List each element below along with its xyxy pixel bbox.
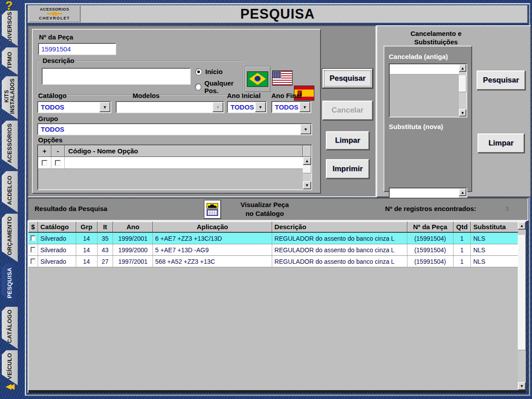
table-row[interactable]: Silverado 14 27 1997/2001 568 +A52 +ZZ3 …: [28, 256, 518, 267]
results-title: Resultado da Pesquisa: [35, 205, 107, 212]
scroll-up-icon[interactable]: ▲: [518, 222, 526, 230]
catalog-dropdown[interactable]: TODOS ▼: [37, 101, 111, 113]
records-count-label: Nº de registros encontrados:: [385, 205, 476, 212]
results-header-bar: Resultado da Pesquisa Visualizar Peça no…: [27, 198, 528, 221]
sidebar-tab-tpmo[interactable]: TPMO: [2, 47, 18, 75]
row-checkbox[interactable]: [31, 247, 35, 253]
year-end-label: Ano Final: [271, 92, 301, 99]
part-number-label: Nº da Peça: [39, 33, 73, 41]
scroll-up-icon[interactable]: ▲: [459, 64, 466, 72]
group-dropdown[interactable]: TODOS ▼: [37, 123, 312, 135]
usa-flag-button[interactable]: [272, 70, 293, 86]
substitute-listbox-row[interactable]: [390, 188, 459, 199]
scroll-down-icon[interactable]: ▼: [518, 382, 526, 390]
results-table-header: $ Catálogo Grp It Ano Aplicação Descriçã…: [28, 222, 526, 233]
keypad-grid-icon: [207, 209, 218, 216]
col-dollar: $: [28, 222, 38, 233]
search-form-panel: Nº da Peça 15991504 Descrição Início Qua…: [27, 25, 376, 197]
records-count-value: 3: [505, 205, 509, 212]
view-part-in-catalog-button[interactable]: [204, 200, 221, 219]
radio-inicio-circle[interactable]: [195, 68, 202, 75]
substitutions-panel: Cancelamento e Substituições Cancelada (…: [376, 25, 531, 197]
catalog-label: Catálogo: [38, 92, 66, 99]
chevron-down-icon[interactable]: ▼: [299, 102, 310, 112]
year-start-dropdown[interactable]: TODOS ▼: [227, 101, 267, 113]
results-table: $ Catálogo Grp It Ano Aplicação Descriçã…: [27, 221, 527, 393]
radio-qualquer-pos-circle[interactable]: [195, 83, 201, 90]
col-peca: Nº da Peça: [407, 222, 454, 233]
sidebar-tab-acessorios[interactable]: ACESSÓRIOS: [2, 121, 18, 170]
options-label: Opções: [38, 136, 63, 144]
chevrolet-logo: ACESSORIOS CHEVROLET: [29, 6, 81, 22]
scroll-up-icon[interactable]: ▲: [303, 157, 311, 165]
col-catalogo: Catálogo: [38, 222, 76, 233]
description-label: Descrição: [41, 57, 76, 64]
chevron-down-icon[interactable]: ▼: [255, 102, 266, 112]
sidebar-tab-orcamento[interactable]: ORÇAMENTO: [2, 214, 18, 262]
scroll-down-icon[interactable]: ▼: [459, 109, 466, 117]
part-number-input[interactable]: 15991504: [38, 43, 116, 55]
sidebar-tab-catalogo[interactable]: CATÁLOGO: [2, 307, 18, 349]
substitutions-inner-panel: Cancelada (antiga) ▲ ▼ Substituta (nova)…: [383, 46, 472, 192]
cancelled-scrollbar[interactable]: ▲ ▼: [459, 64, 466, 117]
col-substituta: Substituta: [471, 222, 518, 233]
substitutions-search-button[interactable]: Pesquisar: [477, 70, 525, 90]
options-scrollbar-thumb[interactable]: [303, 165, 311, 173]
year-end-dropdown[interactable]: TODOS ▼: [271, 101, 311, 113]
chevron-down-icon[interactable]: ▼: [99, 102, 110, 112]
col-it: It: [98, 222, 113, 233]
description-groupbox: Descrição Início Qualquer Pos.: [36, 61, 244, 95]
chevron-down-icon[interactable]: ▼: [300, 124, 311, 134]
sidebar-tab-veiculo[interactable]: VEÍCULO: [2, 350, 18, 385]
page-title: PESQUISA: [28, 6, 527, 22]
table-row[interactable]: Silverado 14 43 1999/2000 5 +AE7 +13D -A…: [28, 244, 518, 256]
sidebar-tab-diversos[interactable]: DIVERSOS: [2, 11, 18, 46]
chevron-down-icon: ▼: [212, 102, 223, 112]
radio-inicio[interactable]: Início: [195, 68, 223, 75]
view-part-label: Visualizar Peça no Catálogo: [223, 200, 306, 218]
group-label: Grupo: [38, 115, 58, 122]
col-descricao: Descrição: [272, 222, 407, 233]
options-row[interactable]: [38, 157, 303, 169]
col-qtd: Qtd: [454, 222, 471, 233]
sidebar-tab-pesquisa[interactable]: PESQUISA: [2, 263, 18, 305]
substitute-label: Substituta (nova): [389, 123, 443, 130]
sidebar-tab-kits-instalados[interactable]: KITS INSTALADOS: [2, 76, 18, 119]
col-aplicacao: Aplicação: [153, 222, 272, 233]
results-scrollbar-thumb[interactable]: [518, 235, 526, 350]
cancelled-listbox-row[interactable]: [390, 64, 459, 74]
header-bar: PESQUISA: [27, 5, 528, 23]
options-col-plus: +: [38, 145, 51, 157]
clear-button[interactable]: Limpar: [326, 131, 369, 150]
cancelled-scrollbar-thumb[interactable]: [459, 75, 466, 92]
models-dropdown[interactable]: ▼: [116, 101, 224, 113]
row-checkbox[interactable]: [31, 235, 35, 241]
options-grid-header: + - Código - Nome Opção: [38, 145, 311, 157]
table-row[interactable]: Silverado 14 35 1999/2001 6 +AE7 +ZZ3 +1…: [28, 233, 518, 244]
search-fields-panel: Nº da Peça 15991504 Descrição Início Qua…: [32, 29, 321, 194]
year-start-label: Ano Inicial: [227, 92, 261, 99]
substitutions-clear-button[interactable]: Limpar: [477, 133, 524, 153]
option-minus-checkbox[interactable]: [55, 160, 61, 166]
col-ano: Ano: [113, 222, 153, 233]
brazil-flag-button[interactable]: [245, 66, 270, 92]
option-plus-checkbox[interactable]: [42, 160, 47, 166]
cancelled-listbox[interactable]: ▲ ▼: [389, 63, 467, 117]
scroll-down-icon[interactable]: ▼: [303, 181, 311, 189]
brazil-flag-icon: [247, 71, 268, 87]
print-button[interactable]: Imprimir: [326, 159, 369, 179]
results-scrollbar[interactable]: ▲ ▼: [518, 222, 526, 390]
options-col-minus: -: [51, 145, 65, 157]
collapse-sidebar-icon[interactable]: ◀◀: [6, 382, 12, 391]
description-input[interactable]: [42, 68, 191, 85]
scroll-up-icon[interactable]: ▲: [459, 188, 466, 196]
search-button[interactable]: Pesquisar: [322, 69, 373, 88]
options-scrollbar[interactable]: ▲ ▼: [303, 157, 311, 189]
sidebar-tab-acdelco[interactable]: ACDELCO: [2, 171, 18, 212]
col-grp: Grp: [76, 222, 98, 233]
options-col-name: Código - Nome Opção: [65, 145, 303, 157]
substitutions-title: Cancelamento e Substituições: [386, 30, 486, 47]
logo-text-chevrolet: CHEVROLET: [39, 16, 70, 20]
models-label: Modelos: [133, 92, 160, 99]
row-checkbox[interactable]: [31, 258, 35, 264]
